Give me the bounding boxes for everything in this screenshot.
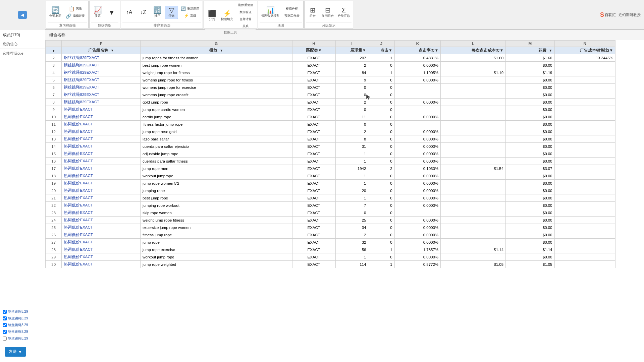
cell-impressions[interactable]: 34 xyxy=(335,224,368,231)
cell-impressions[interactable]: 84 xyxy=(335,69,368,76)
cell-group-name[interactable]: 钢丝跳绳829EXACT xyxy=(62,76,140,84)
cell-bid[interactable]: best jump rope women xyxy=(140,62,292,69)
cell-group-name[interactable]: 热词低价EXACT xyxy=(62,121,140,128)
col-g-filter-icon[interactable]: ▼ xyxy=(220,49,223,52)
cell-acos[interactable] xyxy=(554,69,615,76)
cell-group-name[interactable]: 热词低价EXACT xyxy=(62,202,140,209)
cell-bid[interactable]: fitness factor jump rope xyxy=(140,121,292,128)
cell-group-name[interactable]: 热词低价EXACT xyxy=(62,253,140,261)
cell-group-name[interactable]: 热词低价EXACT xyxy=(62,180,140,187)
col-i-header[interactable]: 展现量▼ xyxy=(335,47,368,54)
split-button[interactable]: ⬛ 分列 xyxy=(205,9,219,22)
cell-clicks[interactable]: 0 xyxy=(368,113,394,121)
cell-group-name[interactable]: 热词低价EXACT xyxy=(62,224,140,231)
cell-impressions[interactable]: 7 xyxy=(335,202,368,209)
table-row[interactable]: 16 热词低价EXACT cuerdas para saltar fitness… xyxy=(46,158,615,165)
cell-cost[interactable]: $0.00 xyxy=(506,180,554,187)
advanced-button[interactable]: ⚡ 高级 xyxy=(179,13,201,19)
table-row[interactable]: 24 热词低价EXACT weight jump rope fitness EX… xyxy=(46,217,615,224)
cell-acos[interactable] xyxy=(554,106,615,113)
cell-cpc[interactable] xyxy=(441,143,506,150)
cell-impressions[interactable]: 1 xyxy=(335,150,368,158)
table-row[interactable]: 15 热词低价EXACT adjustable jump rope EXACT … xyxy=(46,150,615,158)
cell-impressions[interactable]: 1 xyxy=(335,158,368,165)
cell-ctr[interactable]: 0.0000% xyxy=(394,135,440,143)
cell-ctr[interactable]: 0.0000% xyxy=(394,150,440,158)
cell-clicks[interactable]: 0 xyxy=(368,91,394,99)
cell-impressions[interactable]: 0 xyxy=(335,209,368,217)
cell-acos[interactable] xyxy=(554,113,615,121)
table-row[interactable]: 3 钢丝跳绳829EXACT best jump rope women EXAC… xyxy=(46,62,615,69)
cell-clicks[interactable]: 0 xyxy=(368,172,394,180)
cell-cost[interactable]: $0.00 xyxy=(506,84,554,91)
cell-impressions[interactable]: 9 xyxy=(335,76,368,84)
cell-match[interactable]: EXACT xyxy=(292,150,335,158)
cell-cpc[interactable]: $1.19 xyxy=(441,69,506,76)
cell-clicks[interactable]: 0 xyxy=(368,76,394,84)
cell-match[interactable]: EXACT xyxy=(292,202,335,209)
cell-ctr[interactable]: 0.1030% xyxy=(394,165,440,172)
table-row[interactable]: 13 热词低价EXACT lazo para saltar EXACT 8 0 … xyxy=(46,135,615,143)
cell-bid[interactable]: workout jump rope xyxy=(140,253,292,261)
cell-bid[interactable]: cuerda para saltar ejercicio xyxy=(140,143,292,150)
cell-ctr[interactable]: 0.0000% xyxy=(394,239,440,246)
properties-button[interactable]: 📋 属性 xyxy=(64,5,87,12)
cell-bid[interactable]: cuerdas para saltar fitness xyxy=(140,158,292,165)
cell-group-name[interactable]: 热词低价EXACT xyxy=(62,150,140,158)
cell-cost[interactable]: $1.05 xyxy=(506,261,554,268)
group-button[interactable]: ⊞ 组合 xyxy=(306,6,319,19)
cell-clicks[interactable]: 0 xyxy=(368,158,394,165)
cell-clicks[interactable]: 0 xyxy=(368,187,394,194)
cell-group-name[interactable]: 热词低价EXACT xyxy=(62,172,140,180)
cell-clicks[interactable]: 0 xyxy=(368,253,394,261)
cell-match[interactable]: EXACT xyxy=(292,143,335,150)
cell-group-name[interactable]: 热词低价EXACT xyxy=(62,261,140,268)
cell-ctr[interactable] xyxy=(394,209,440,217)
cell-impressions[interactable]: 0 xyxy=(335,84,368,91)
cell-ctr[interactable]: 0.0000% xyxy=(394,187,440,194)
cell-match[interactable]: EXACT xyxy=(292,62,335,69)
cell-acos[interactable] xyxy=(554,194,615,202)
cell-ctr[interactable] xyxy=(394,106,440,113)
cell-impressions[interactable]: 8 xyxy=(335,135,368,143)
cell-acos[interactable] xyxy=(554,261,615,268)
cell-ctr[interactable]: 0.0000% xyxy=(394,231,440,239)
cell-bid[interactable]: jumping rope workout xyxy=(140,202,292,209)
cell-bid[interactable]: cardio jump rope xyxy=(140,113,292,121)
cell-match[interactable]: EXACT xyxy=(292,217,335,224)
cell-clicks[interactable]: 0 xyxy=(368,209,394,217)
cell-group-name[interactable]: 热词低价EXACT xyxy=(62,217,140,224)
table-row[interactable]: 6 钢丝跳绳829EXACT womens jump rope for exer… xyxy=(46,84,615,91)
cell-bid[interactable]: weight jump rope for fitness xyxy=(140,69,292,76)
cell-cpc[interactable] xyxy=(441,217,506,224)
cell-group-name[interactable]: 热词低价EXACT xyxy=(62,231,140,239)
cell-cpc[interactable] xyxy=(441,253,506,261)
table-row[interactable]: 7 钢丝跳绳829EXACT womens jump rope crossfit… xyxy=(46,91,615,99)
cell-match[interactable]: EXACT xyxy=(292,180,335,187)
cell-bid[interactable]: adjustable jump rope xyxy=(140,150,292,158)
consolidate-button[interactable]: 合并计算 xyxy=(235,16,256,22)
cell-group-name[interactable]: 钢丝跳绳829EXACT xyxy=(62,91,140,99)
table-row[interactable]: 14 热词低价EXACT cuerda para saltar ejercici… xyxy=(46,143,615,150)
reapply-button[interactable]: 🔄 重新应用 xyxy=(179,6,201,12)
table-row[interactable]: 2 钢丝跳绳829EXACT jump ropes for fitness fo… xyxy=(46,54,615,62)
col-h-header[interactable]: 匹配类▼ xyxy=(292,47,335,54)
cell-cpc[interactable] xyxy=(441,91,506,99)
cell-cpc[interactable] xyxy=(441,121,506,128)
cell-impressions[interactable]: 1942 xyxy=(335,165,368,172)
cell-bid[interactable]: fitness jump rope xyxy=(140,231,292,239)
cell-cpc[interactable] xyxy=(441,62,506,69)
sidebar-group-3[interactable]: 钢丝跳绳8.29 xyxy=(0,322,45,328)
cell-clicks[interactable]: 0 xyxy=(368,84,394,91)
cell-cost[interactable]: $0.00 xyxy=(506,62,554,69)
manage-data-button[interactable]: 📊 管理数据模型 xyxy=(260,6,281,19)
relationships-button[interactable]: 关系 xyxy=(235,23,256,29)
validate-button[interactable]: 数据验证 xyxy=(235,9,256,15)
cell-clicks[interactable]: 0 xyxy=(368,239,394,246)
cell-group-name[interactable]: 热词低价EXACT xyxy=(62,187,140,194)
cell-bid[interactable]: jump ropes for fitness for women xyxy=(140,54,292,62)
cell-cost[interactable]: $0.00 xyxy=(506,239,554,246)
table-row[interactable]: 28 热词低价EXACT jump rope exercise EXACT 56… xyxy=(46,246,615,253)
cell-group-name[interactable]: 热词低价EXACT xyxy=(62,113,140,121)
table-row[interactable]: 18 热词低价EXACT workout jumprope EXACT 1 0 … xyxy=(46,172,615,180)
